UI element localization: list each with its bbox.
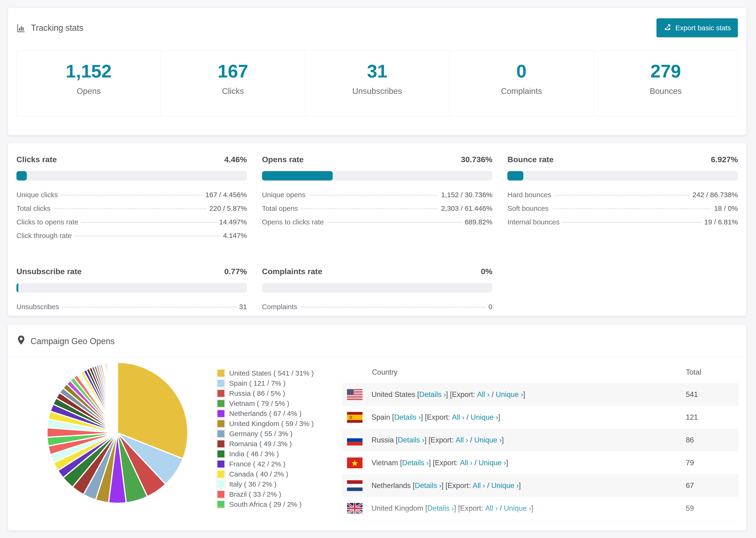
details-link[interactable]: Details › <box>419 390 446 399</box>
progress-bar <box>17 171 247 181</box>
rate-section-clicks-rate: Clicks rate4.46%Unique clicks167 / 4.456… <box>17 155 247 245</box>
country-total: 86 <box>686 436 739 444</box>
rate-row-value: 220 / 5.87% <box>209 204 247 212</box>
legend-label: South Africa ( 29 / 2% ) <box>229 501 301 509</box>
progress-bar <box>507 171 738 181</box>
export-unique-link[interactable]: Unique › <box>504 504 531 512</box>
details-link[interactable]: Details › <box>398 436 424 444</box>
rate-row: Internal bounces19 / 6.81% <box>507 218 738 232</box>
rate-row: Total opens2,303 / 61.446% <box>262 204 493 218</box>
legend-label: Spain ( 121 / 7% ) <box>229 379 286 387</box>
geo-table: Country Total United States [Details ›] … <box>342 361 739 530</box>
rate-row-label: Unique opens <box>262 191 305 199</box>
rate-row: Soft bounces18 / 0% <box>507 204 738 218</box>
legend-item-germany: Germany ( 55 / 3% ) <box>216 429 314 439</box>
rate-row-value: 14.497% <box>219 218 247 226</box>
legend-item-canada: Canada ( 40 / 2% ) <box>216 469 314 479</box>
country-name: Netherlands <box>371 481 413 490</box>
export-icon <box>664 23 672 32</box>
legend-label: Romania ( 49 / 3% ) <box>229 440 292 448</box>
stat-label: Unsubscribes <box>352 86 402 96</box>
legend-item-brazil: Brazil ( 33 / 2% ) <box>216 489 314 499</box>
flag-es <box>347 412 362 423</box>
rates-grid: Clicks rate4.46%Unique clicks167 / 4.456… <box>17 155 738 316</box>
legend-swatch <box>216 379 225 388</box>
rate-percent: 30.736% <box>461 155 492 164</box>
export-all-link[interactable]: All › <box>460 459 472 467</box>
country-name: Spain <box>371 413 392 422</box>
country-total: 59 <box>686 504 739 512</box>
map-pin-icon <box>17 335 26 347</box>
export-unique-link[interactable]: Unique › <box>474 436 502 444</box>
details-link[interactable]: Details › <box>427 504 454 512</box>
export-unique-link[interactable]: Unique › <box>478 459 506 467</box>
legend-label: United States ( 541 / 31% ) <box>229 369 314 377</box>
export-all-link[interactable]: All › <box>452 413 464 422</box>
legend-item-italy: Italy ( 36 / 2% ) <box>216 479 314 489</box>
rate-row-label: Total clicks <box>17 204 50 212</box>
progress-bar <box>17 283 247 293</box>
legend-item-india: India ( 46 / 3% ) <box>216 449 314 459</box>
rate-row-value: 1,152 / 30.736% <box>441 191 493 199</box>
rate-row-value: 167 / 4.456% <box>205 191 247 199</box>
export-all-link[interactable]: All › <box>473 481 485 490</box>
legend-label: Netherlands ( 67 / 4% ) <box>229 409 301 418</box>
dotted-leader <box>81 222 216 223</box>
geo-table-row-es: Spain [Details ›] [Export: All › / Uniqu… <box>342 406 739 429</box>
geo-pie-chart <box>45 360 190 506</box>
legend-swatch <box>216 429 225 438</box>
stat-value: 31 <box>367 62 387 80</box>
rate-row-value: 689.82% <box>465 218 492 226</box>
country-total: 79 <box>686 459 739 467</box>
export-all-link[interactable]: All › <box>477 390 490 399</box>
stat-value: 279 <box>650 62 681 80</box>
geo-legend: United States ( 541 / 31% )Spain ( 121 /… <box>216 368 314 510</box>
geo-opens-header: Campaign Geo Opens <box>8 324 746 357</box>
geo-pie-svg <box>45 360 190 506</box>
progress-fill <box>507 171 523 181</box>
export-unique-link[interactable]: Unique › <box>491 481 519 490</box>
rate-row: Click through rate4.147% <box>17 232 247 245</box>
rate-percent: 0.77% <box>224 267 247 276</box>
rate-row-value: 2,303 / 61.446% <box>441 204 493 212</box>
geo-table-row-us: United States [Details ›] [Export: All ›… <box>342 383 739 406</box>
export-unique-link[interactable]: Unique › <box>470 413 498 422</box>
dotted-leader <box>552 208 711 209</box>
rate-row-value: 4.147% <box>223 232 247 240</box>
rate-row: Hard bounces242 / 86.738% <box>507 191 738 204</box>
dotted-leader <box>61 195 202 195</box>
legend-label: Brazil ( 33 / 2% ) <box>229 490 281 498</box>
details-link[interactable]: Details › <box>394 413 421 422</box>
export-basic-stats-button[interactable]: Export basic stats <box>657 18 738 37</box>
geo-table-row-vn: Vietnam [Details ›] [Export: All › / Uni… <box>342 452 739 474</box>
rate-row: Complaints0 <box>262 303 493 316</box>
rate-title: Unsubscribe rate <box>17 267 82 276</box>
export-all-link[interactable]: All › <box>485 504 498 512</box>
geo-title: Campaign Geo Opens <box>30 336 115 346</box>
rates-card: Clicks rate4.46%Unique clicks167 / 4.456… <box>8 143 747 316</box>
tracking-stats-title: Tracking stats <box>17 23 83 33</box>
summary-stat-unsubscribes: 31Unsubscribes <box>305 51 449 116</box>
rate-section-unsubscribe-rate: Unsubscribe rate0.77%Unsubscribes31 <box>17 267 247 316</box>
legend-item-romania: Romania ( 49 / 3% ) <box>216 439 314 449</box>
details-link[interactable]: Details › <box>415 481 442 490</box>
rate-row-label: Clicks to opens rate <box>17 218 78 226</box>
flag-vn <box>347 457 362 468</box>
export-unique-link[interactable]: Unique › <box>496 390 523 399</box>
legend-label: India ( 46 / 3% ) <box>229 450 279 458</box>
rate-row-label: Unique clicks <box>17 191 58 199</box>
export-all-link[interactable]: All › <box>456 436 468 444</box>
rate-row-label: Unsubscribes <box>17 303 59 311</box>
progress-fill <box>17 283 18 293</box>
rate-title: Opens rate <box>262 155 304 164</box>
legend-item-russia: Russia ( 86 / 5% ) <box>216 388 314 398</box>
flag-de <box>347 528 362 530</box>
column-country: Country <box>342 368 686 377</box>
details-link[interactable]: Details › <box>402 459 429 467</box>
dotted-leader <box>327 222 461 223</box>
geo-body: United States ( 541 / 31% )Spain ( 121 /… <box>8 357 746 530</box>
export-button-label: Export basic stats <box>675 24 731 32</box>
rate-percent: 0% <box>481 267 492 276</box>
rate-row-value: 0 <box>489 303 493 311</box>
legend-item-france: France ( 42 / 2% ) <box>216 459 314 469</box>
